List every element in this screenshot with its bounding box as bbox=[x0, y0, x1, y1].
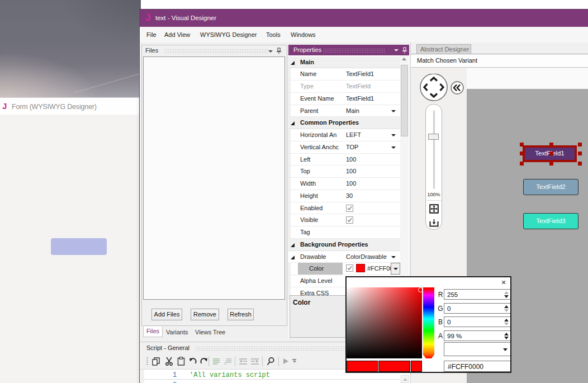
svg-text:2: 2 bbox=[224, 361, 227, 365]
